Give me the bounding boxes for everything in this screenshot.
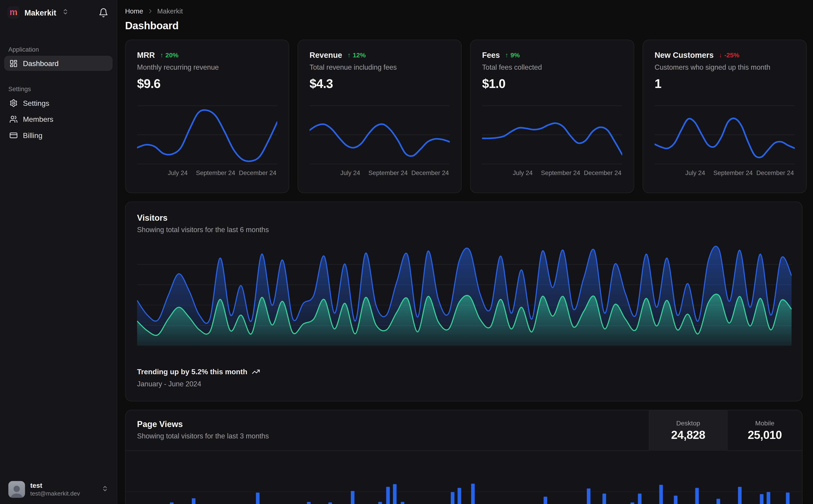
sidebar-item-label: Billing bbox=[23, 131, 42, 139]
x-tick: September 24 bbox=[368, 169, 408, 177]
credit-card-icon bbox=[9, 131, 18, 139]
sidebar-item-label: Members bbox=[23, 115, 53, 123]
arrow-up-icon: ↑ bbox=[505, 51, 508, 58]
avatar bbox=[8, 481, 25, 498]
bar[interactable] bbox=[307, 502, 311, 504]
bar[interactable] bbox=[191, 498, 195, 504]
stat-card-mrr: MRR ↑ 20% Monthly recurring revenue $9.6… bbox=[125, 40, 289, 193]
notifications-button[interactable] bbox=[97, 6, 109, 18]
x-tick: September 24 bbox=[196, 169, 235, 177]
toggle-value: 25,010 bbox=[748, 428, 782, 442]
stat-card-new-customers: New Customers ↓ -25% Customers who signe… bbox=[643, 40, 807, 193]
sidebar-item-settings[interactable]: Settings bbox=[4, 95, 112, 110]
sidebar-item-billing[interactable]: Billing bbox=[4, 127, 112, 143]
sidebar-item-members[interactable]: Members bbox=[4, 111, 112, 127]
stat-value: $9.6 bbox=[137, 77, 277, 91]
bar[interactable] bbox=[760, 494, 763, 504]
bar[interactable] bbox=[638, 493, 642, 504]
trending-up-icon bbox=[252, 368, 260, 376]
user-menu[interactable]: test test@makerkit.dev bbox=[0, 475, 117, 504]
chevrons-up-down-icon bbox=[101, 485, 108, 494]
page-views-toggles: Desktop 24,828 Mobile 25,010 bbox=[649, 410, 802, 451]
new-customers-sparkline-chart[interactable] bbox=[655, 103, 795, 167]
bar[interactable] bbox=[457, 488, 461, 504]
user-name: test bbox=[30, 481, 80, 490]
toggle-label: Desktop bbox=[676, 419, 700, 427]
toggle-value: 24,828 bbox=[671, 428, 705, 442]
workspace-switcher[interactable]: m Makerkit bbox=[7, 6, 69, 19]
stat-card-revenue: Revenue ↑ 12% Total revenue including fe… bbox=[298, 40, 462, 193]
visitors-subtitle: Showing total visitors for the last 6 mo… bbox=[137, 226, 791, 234]
x-tick: July 24 bbox=[513, 169, 533, 177]
breadcrumb: Home Makerkit bbox=[125, 7, 802, 15]
bar[interactable] bbox=[451, 492, 454, 504]
bar[interactable] bbox=[674, 496, 677, 504]
bar[interactable] bbox=[717, 499, 720, 504]
bar[interactable] bbox=[695, 488, 699, 504]
trend-value: 9% bbox=[510, 51, 520, 58]
bar[interactable] bbox=[256, 493, 260, 504]
chevrons-up-down-icon bbox=[62, 8, 69, 17]
x-tick: December 24 bbox=[239, 169, 276, 177]
sidebar: m Makerkit Application Dashboard Setting… bbox=[0, 0, 117, 504]
chevron-right-icon bbox=[147, 8, 154, 15]
trend-value: -25% bbox=[724, 51, 740, 58]
visitors-trend-text: Trending up by 5.2% this month bbox=[137, 368, 247, 376]
bar[interactable] bbox=[602, 493, 606, 504]
bar[interactable] bbox=[350, 491, 354, 504]
bar[interactable] bbox=[386, 487, 390, 504]
visitors-date-range: January - June 2024 bbox=[137, 380, 791, 388]
bar[interactable] bbox=[786, 493, 789, 504]
bar[interactable] bbox=[543, 497, 547, 504]
bar[interactable] bbox=[170, 502, 173, 504]
stat-title: Fees bbox=[482, 50, 500, 59]
bar[interactable] bbox=[631, 502, 634, 504]
x-tick: September 24 bbox=[714, 169, 753, 177]
visitors-title: Visitors bbox=[137, 213, 791, 223]
stat-cards-row: MRR ↑ 20% Monthly recurring revenue $9.6… bbox=[125, 40, 802, 193]
page-views-bar-chart[interactable] bbox=[138, 451, 790, 504]
x-axis-labels: July 24 September 24 December 24 bbox=[482, 169, 622, 178]
trend-badge: ↑ 9% bbox=[505, 51, 520, 58]
arrow-up-icon: ↑ bbox=[160, 51, 163, 58]
app-window: m Makerkit Application Dashboard Setting… bbox=[0, 0, 813, 504]
mrr-sparkline-chart[interactable] bbox=[137, 103, 277, 167]
user-email: test@makerkit.dev bbox=[30, 490, 80, 497]
sidebar-item-dashboard[interactable]: Dashboard bbox=[4, 56, 112, 71]
x-axis-labels: July 24 September 24 December 24 bbox=[310, 169, 450, 178]
fees-sparkline-chart[interactable] bbox=[482, 103, 622, 167]
toggle-desktop[interactable]: Desktop 24,828 bbox=[649, 410, 727, 451]
bar[interactable] bbox=[738, 487, 742, 504]
bar[interactable] bbox=[328, 502, 332, 504]
bar[interactable] bbox=[471, 484, 474, 504]
toggle-mobile[interactable]: Mobile 25,010 bbox=[727, 410, 802, 451]
sidebar-item-label: Settings bbox=[23, 99, 49, 107]
stat-value: 1 bbox=[655, 77, 795, 91]
page-views-card: Page Views Showing total visitors for th… bbox=[125, 410, 802, 504]
sidebar-section-application: Application bbox=[8, 46, 108, 53]
trend-badge: ↑ 20% bbox=[160, 51, 178, 58]
bar[interactable] bbox=[393, 484, 397, 504]
main-content: Home Makerkit Dashboard MRR ↑ 20% Monthl… bbox=[117, 0, 813, 504]
trend-badge: ↑ 12% bbox=[347, 51, 366, 58]
bell-icon bbox=[98, 8, 108, 17]
workspace-name: Makerkit bbox=[24, 8, 56, 17]
visitors-area-chart[interactable] bbox=[137, 244, 792, 346]
arrow-up-icon: ↑ bbox=[347, 51, 351, 58]
revenue-sparkline-chart[interactable] bbox=[310, 103, 450, 167]
x-tick: September 24 bbox=[541, 169, 580, 177]
stat-card-fees: Fees ↑ 9% Total fees collected $1.0 July… bbox=[470, 40, 634, 193]
bar[interactable] bbox=[767, 492, 770, 504]
stat-title: Revenue bbox=[310, 50, 342, 59]
x-axis-labels: July 24 September 24 December 24 bbox=[137, 169, 277, 178]
trend-value: 20% bbox=[165, 51, 178, 58]
gear-icon bbox=[9, 99, 18, 107]
stat-value: $1.0 bbox=[482, 77, 622, 91]
sidebar-item-label: Dashboard bbox=[23, 59, 58, 67]
bar[interactable] bbox=[587, 488, 590, 504]
makerkit-logo: m bbox=[7, 6, 20, 19]
bar[interactable] bbox=[379, 502, 382, 504]
bar[interactable] bbox=[659, 485, 663, 504]
breadcrumb-home-link[interactable]: Home bbox=[125, 7, 143, 15]
bar[interactable] bbox=[401, 502, 404, 504]
